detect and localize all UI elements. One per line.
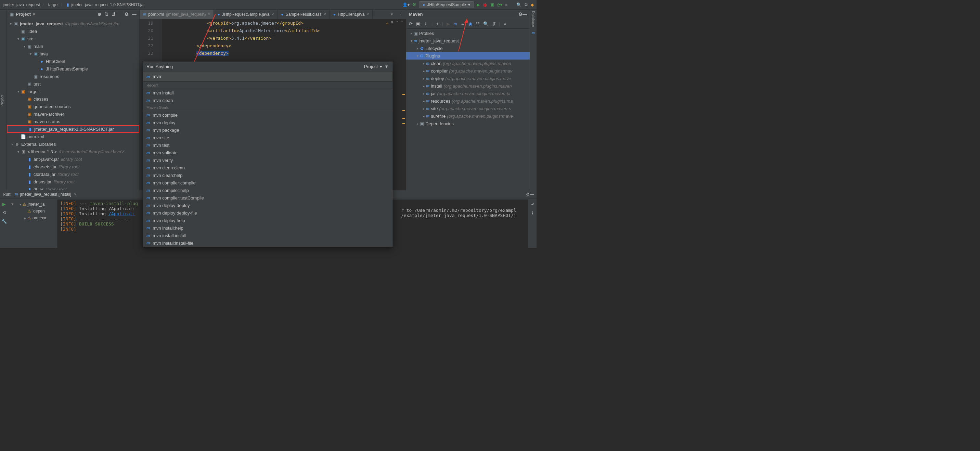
gear-icon[interactable]: ⚙ [526, 192, 530, 197]
select-opened-icon[interactable]: ⊕ [97, 12, 101, 17]
run-anything-item[interactable]: mmvn compile [143, 111, 392, 119]
stop-icon[interactable]: ■ [505, 2, 508, 7]
maven-tree-row[interactable]: ▸mclean(org.apache.maven.plugins:maven [406, 59, 530, 67]
tree-row[interactable]: ▾▣target [7, 88, 139, 95]
inspection-summary[interactable]: ⚠ 5 ˄ ˅ [386, 21, 403, 25]
wrench-icon[interactable]: 🔧 [2, 219, 7, 224]
hide-icon[interactable]: — [530, 192, 534, 197]
generate-sources-icon[interactable]: ▣ [416, 21, 420, 26]
add-user-icon[interactable]: 👤▾ [402, 2, 410, 7]
rerun-icon[interactable]: ▶ [2, 202, 6, 207]
editor-tab[interactable]: ●HttpClient.java× [330, 10, 372, 19]
breadcrumb-item[interactable]: jmeter_java_request-1.0-SNAPSHOT.jar [71, 2, 145, 7]
run-anything-item[interactable]: mmvn site [143, 134, 392, 141]
toggle-skip-tests-icon[interactable]: ⫠ [461, 21, 465, 26]
console-output-right[interactable]: r to /Users/admin/.m2/repository/org/exa… [398, 199, 528, 248]
run-anything-item[interactable]: mmvn deploy:help [143, 217, 392, 224]
maven-tree-row[interactable]: ▸▣Profiles [406, 29, 530, 37]
run-anything-item[interactable]: mmvn deploy:deploy [143, 202, 392, 209]
run-anything-item[interactable]: mmvn compiler:compile [143, 179, 392, 186]
search-icon[interactable]: 🔍 [483, 21, 488, 26]
search-icon[interactable]: 🔍 [516, 2, 522, 7]
error-stripe[interactable] [402, 29, 406, 190]
editor-tab[interactable]: ●SampleResult.class× [277, 10, 330, 19]
maven-tree-row[interactable]: ▸▣Dependencies [406, 120, 530, 127]
tree-row[interactable]: ▣classes [7, 95, 139, 103]
tree-row[interactable]: ▮ant-javafx.jarlibrary root [7, 155, 139, 163]
run-anything-item[interactable]: mmvn clean:clean [143, 164, 392, 171]
run-anything-input[interactable]: mvn [153, 74, 389, 79]
more-icon[interactable]: ⋮ [396, 12, 406, 17]
tree-row[interactable]: ▾▣java [7, 50, 139, 57]
scroll-to-end-icon[interactable]: ⭳ [530, 210, 535, 215]
tree-row[interactable]: ▣.idea [7, 27, 139, 35]
close-icon[interactable]: × [208, 12, 210, 17]
tree-row[interactable]: ▣generated-sources [7, 103, 139, 110]
run-anything-item[interactable]: mmvn validate [143, 149, 392, 156]
filter-icon[interactable]: ▼ [384, 64, 389, 69]
tree-row[interactable]: 📄pom.xml [7, 133, 139, 140]
maven-tree-row[interactable]: ▸mdeploy(org.apache.maven.plugins:mave [406, 75, 530, 82]
project-tool-button[interactable]: Project [0, 95, 4, 107]
tree-row[interactable]: ▮cldrdata.jarlibrary root [7, 171, 139, 178]
collapse-all-icon[interactable]: ⇵ [112, 12, 116, 17]
run-anything-item[interactable]: mmvn deploy [143, 119, 392, 126]
soft-wrap-icon[interactable]: ⤶ [531, 202, 535, 207]
toggle-offline-icon[interactable]: ◉ [468, 21, 472, 26]
run-anything-item[interactable]: mmvn clean:help [143, 171, 392, 179]
run-icon[interactable]: ▶ [477, 2, 480, 7]
chevron-down-icon[interactable]: ▾ [380, 64, 382, 69]
run-anything-item[interactable]: mmvn install:help [143, 224, 392, 232]
hide-icon[interactable]: — [522, 12, 527, 17]
tree-row[interactable]: ●JHttpRequestSample [7, 65, 139, 73]
scope-label[interactable]: Project [364, 64, 378, 69]
run-anything-item[interactable]: mmvn compiler:help [143, 186, 392, 194]
maven-tree-row[interactable]: ▸msite(org.apache.maven.plugins:maven-s [406, 105, 530, 112]
maven-tree-row[interactable]: ▸mresources(org.apache.maven.plugins:ma [406, 97, 530, 105]
chevron-down-icon[interactable]: ▾ [388, 12, 396, 17]
run-anything-item[interactable]: mmvn install:install-file [143, 239, 392, 247]
ide-icon[interactable]: ◆ [531, 2, 534, 7]
editor-tab[interactable]: mpom.xml(jmeter_java_request)× [140, 10, 214, 19]
gear-icon[interactable]: ⚙ [524, 2, 528, 7]
close-icon[interactable]: × [324, 12, 326, 17]
expand-all-icon[interactable]: ⇅ [105, 12, 108, 17]
run-anything-item[interactable]: mmvn install [143, 89, 392, 97]
maven-tree-row[interactable]: ▸⚙Lifecycle [406, 45, 530, 52]
run-anything-input-row[interactable]: m mvn [143, 72, 392, 82]
close-icon[interactable]: × [366, 12, 369, 17]
right-tool-stripe[interactable]: Database m [530, 10, 536, 190]
tree-row[interactable]: ●HttpClient [7, 57, 139, 65]
reload-icon[interactable]: ⟳ [409, 21, 413, 26]
close-icon[interactable]: × [74, 192, 76, 197]
run-anything-item[interactable]: mmvn verify [143, 156, 392, 164]
database-tool-button[interactable]: Database [531, 11, 536, 27]
gear-icon[interactable]: ⚙ [519, 12, 522, 17]
chevron-up-icon[interactable]: ˄ [396, 21, 398, 25]
debug-icon[interactable]: 🐞 [482, 2, 488, 7]
tree-row[interactable]: ▮dnsns.jarlibrary root [7, 178, 139, 185]
run-anything-item[interactable]: mmvn compiler:testCompile [143, 194, 392, 202]
tree-row[interactable]: ▮charsets.jarlibrary root [7, 163, 139, 171]
chevron-down-icon[interactable]: ▾ [33, 12, 35, 17]
run-tree-row[interactable]: ▸⚠org.exa [16, 215, 57, 222]
tree-row[interactable]: ▮jmeter_java_request-1.0-SNAPSHOT.jar [7, 125, 139, 133]
close-icon[interactable]: × [271, 12, 274, 17]
tree-row[interactable]: ▮dt.jarlibrary root [7, 185, 139, 190]
run-config-selector[interactable]: ● JHttpRequestSample ▾ [419, 2, 474, 8]
tree-row[interactable]: ▾⊪External Libraries [7, 140, 139, 148]
gear-icon[interactable]: ⚙ [124, 12, 129, 17]
chevron-down-icon[interactable]: ˅ [401, 21, 403, 25]
maven-tree-row[interactable]: ▸mjar(org.apache.maven.plugins:maven-ja [406, 90, 530, 97]
tree-row[interactable]: ▣test [7, 80, 139, 88]
maven-tool-button[interactable]: m [532, 30, 535, 35]
coverage-icon[interactable]: ▣ [490, 2, 494, 7]
download-sources-icon[interactable]: ⭳ [424, 21, 428, 26]
run-tree-row[interactable]: ▾⚠jmeter_ja [16, 201, 57, 208]
left-tool-stripe[interactable]: Project [0, 10, 7, 190]
maven-tree-row[interactable]: ▸msurefire(org.apache.maven.plugins:mave [406, 112, 530, 120]
run-tree-row[interactable]: ⚠'depen [16, 208, 57, 215]
hide-icon[interactable]: — [132, 12, 137, 17]
tree-row[interactable]: ▾▣src [7, 35, 139, 42]
tree-row[interactable]: ▣maven-status [7, 118, 139, 125]
